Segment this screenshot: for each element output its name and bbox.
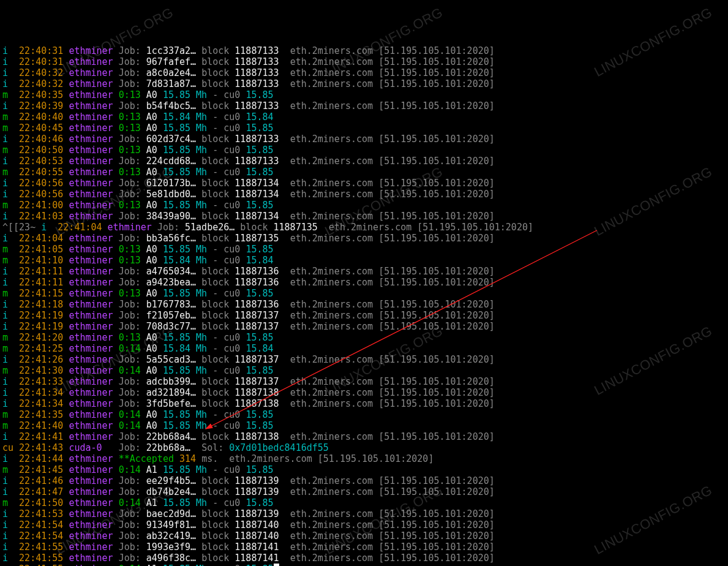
job-hash: f21057eb… [146,310,196,321]
pool-address: [51.195.105.101:2020] [378,321,495,332]
runtime: 0:13 [119,332,141,343]
gpu-hashrate: 15.85 [246,332,273,343]
accepted-count: A0 [146,420,157,431]
hashrate: 15.85 [163,409,190,420]
log-line: i 22:41:04 ethminer Job: bb3a56fc… block… [2,233,728,244]
hashrate: 15.85 [163,564,190,566]
runtime: 0:14 [119,365,141,376]
pool-host: eth.2miners.com [290,45,373,56]
log-line: m 22:41:55 ethminer 0:14 A1 15.85 Mh - c… [2,564,728,566]
log-source: ethminer [69,100,113,111]
timestamp: 22:41:54 [19,530,63,541]
runtime: 0:13 [119,288,141,299]
accepted-count: A1 [146,497,157,508]
hashrate: 15.84 [163,255,190,266]
timestamp: 22:41:46 [19,475,63,486]
job-hash: 1cc337a2… [146,45,196,56]
accepted-count: A0 [146,409,157,420]
block-number: 11887139 [235,508,279,519]
log-level: m [2,332,13,343]
log-source: ethminer [69,189,113,200]
terminal-output[interactable]: i 22:40:31 ethminer Job: 1cc337a2… block… [2,45,728,566]
accepted-count: A0 [146,145,157,156]
log-line: i 22:41:33 ethminer Job: adcbb399… block… [2,376,728,387]
log-line: i 22:41:34 ethminer Job: ad321894… block… [2,387,728,398]
log-line: i 22:41:46 ethminer Job: ee29f4b5… block… [2,475,728,486]
timestamp: 22:41:11 [19,277,63,288]
accepted-count: A0 [146,255,157,266]
gpu-hashrate: 15.84 [246,111,273,123]
pool-address: [51.195.105.101:2020] [378,553,495,564]
pool-host: eth.2miners.com [290,178,373,189]
hashrate: 15.85 [163,420,190,431]
log-line: m 22:41:10 ethminer 0:13 A0 15.84 Mh - c… [2,255,728,266]
timestamp: 22:41:04 [19,233,63,244]
pool-address: [51.195.105.101:2020] [378,530,495,541]
log-level: i [2,541,13,553]
log-level: m [2,497,13,508]
job-hash: 38439a90… [146,211,196,222]
log-source: ethminer [69,475,113,486]
pool-host: eth.2miners.com [290,508,373,519]
runtime: 0:14 [119,343,141,354]
log-level: m [2,200,13,211]
pool-host: eth.2miners.com [290,519,373,530]
log-level: i [2,486,13,497]
log-source: ethminer [108,222,152,233]
pool-host: eth.2miners.com [290,475,373,486]
timestamp: 22:40:32 [19,67,63,78]
log-level: i [2,277,13,288]
log-level: i [2,431,13,442]
log-line: i 22:41:44 ethminer **Accepted 314 ms. e… [2,453,728,464]
pool-host: eth.2miners.com [290,266,373,277]
log-source: ethminer [69,233,113,244]
accepted-count: A1 [146,564,157,566]
timestamp: 22:41:34 [19,387,63,398]
job-hash: adcbb399… [146,376,196,387]
job-hash: a4765034… [146,266,196,277]
gpu-hashrate: 15.85 [246,123,273,134]
solution-hash: 0x7d01bedc8416df55 [229,442,329,453]
log-level: i [2,67,13,78]
pool-host: eth.2miners.com [290,376,373,387]
timestamp: 22:41:20 [19,332,63,343]
pool-address: [51.195.105.101:2020] [378,266,495,277]
runtime: 0:13 [119,89,141,100]
log-line: i 22:41:11 ethminer Job: a4765034… block… [2,266,728,277]
hashrate: 15.85 [163,332,190,343]
block-number: 11887141 [235,553,279,564]
job-hash: a8c0a2e4… [146,67,196,78]
log-level: m [2,343,13,354]
pool-host: eth.2miners.com [290,211,373,222]
runtime: 0:13 [119,255,141,266]
log-source: ethminer [69,420,113,431]
timestamp: 22:40:50 [19,145,63,156]
pool-host: eth.2miners.com [290,354,373,365]
log-line: i 22:41:53 ethminer Job: baec2d9d… block… [2,508,728,519]
log-level: m [2,111,13,123]
pool-address: [51.195.105.101:2020] [378,475,495,486]
log-source: ethminer [69,56,113,67]
log-line: i 22:40:56 ethminer Job: 6120173b… block… [2,178,728,189]
timestamp: 22:41:30 [19,365,63,376]
pool-address: [51.195.105.101:2020] [378,486,495,497]
block-number: 11887138 [235,431,279,442]
pool-host: eth.2miners.com [229,453,312,464]
gpu-hashrate: 15.85 [246,409,273,420]
log-level: i [2,475,13,486]
timestamp: 22:41:19 [19,310,63,321]
log-source: ethminer [69,365,113,376]
timestamp: 22:41:05 [19,244,63,255]
accepted-count: A0 [146,167,157,178]
pool-address: [51.195.105.101:2020] [378,233,495,244]
hashrate: 15.85 [163,145,190,156]
cursor [274,564,279,566]
log-source: ethminer [69,178,113,189]
timestamp: 22:40:31 [19,45,63,56]
accepted-count: A0 [146,111,157,123]
log-line: i 22:41:34 ethminer Job: 3fd5befe… block… [2,398,728,409]
block-number: 11887137 [235,376,279,387]
pool-address: [51.195.105.101:2020] [378,189,495,200]
log-line: i 22:41:47 ethminer Job: db74b2e4… block… [2,486,728,497]
log-source: ethminer [69,519,113,530]
